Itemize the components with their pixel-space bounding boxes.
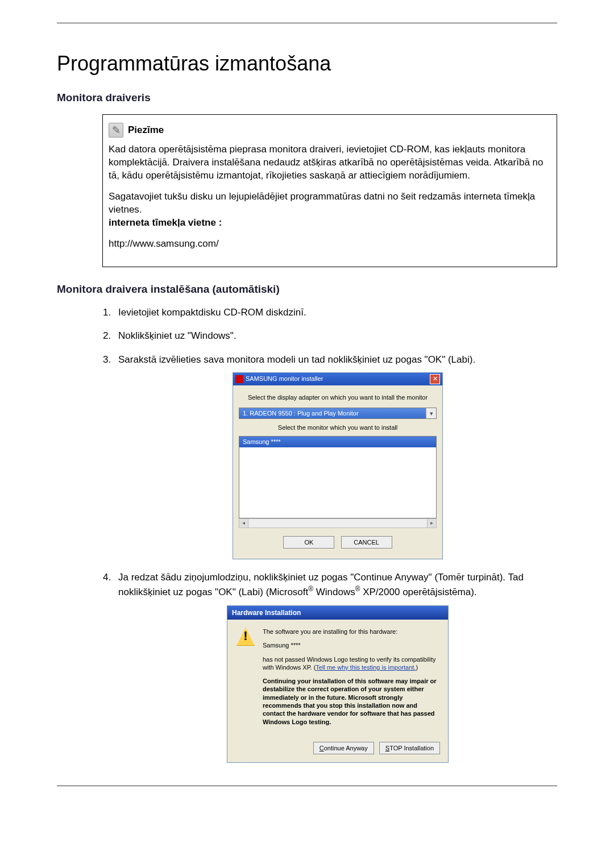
hw-line2: Samsung **** bbox=[263, 641, 439, 649]
continue-u: C bbox=[320, 745, 324, 751]
section-auto-install: Monitora draivera instalēšana (automātis… bbox=[57, 283, 557, 296]
step-3-text: Sarakstā izvēlieties sava monitora model… bbox=[118, 354, 475, 365]
ok-button[interactable]: OK bbox=[283, 536, 334, 549]
hw-titlebar[interactable]: Hardware Installation bbox=[227, 606, 448, 620]
step-3: Sarakstā izvēlieties sava monitora model… bbox=[114, 353, 557, 559]
hw-line3b: ) bbox=[416, 664, 418, 671]
steps-list: Ievietojiet kompaktdisku CD-ROM diskdzin… bbox=[114, 306, 557, 763]
stop-installation-button[interactable]: STOP Installation bbox=[379, 742, 440, 754]
stop-rest: TOP Installation bbox=[389, 745, 434, 751]
hw-bold-warning: Continuing your installation of this sof… bbox=[263, 677, 439, 726]
hw-line3: has not passed Windows Logo testing to v… bbox=[263, 655, 439, 672]
warning-icon: ! bbox=[237, 628, 255, 646]
installer-app-icon bbox=[235, 375, 243, 383]
note-box: ✎ Piezīme Kad datora operētājsistēma pie… bbox=[102, 114, 557, 267]
step-4-text-b: Windows bbox=[313, 586, 355, 597]
installer-instruction-2: Select the monitor which you want to ins… bbox=[239, 423, 437, 432]
scroll-left-icon[interactable]: ◂ bbox=[239, 518, 248, 528]
hw-link[interactable]: Tell me why this testing is important. bbox=[316, 664, 416, 671]
hw-line1: The software you are installing for this… bbox=[263, 628, 439, 636]
note-url[interactable]: http://www.samsung.com/ bbox=[109, 238, 551, 251]
page-title: Programmatūras izmantošana bbox=[57, 52, 557, 76]
step-2: Noklikšķiniet uz "Windows". bbox=[114, 329, 557, 343]
note-title: Piezīme bbox=[128, 124, 164, 137]
hw-title: Hardware Installation bbox=[232, 608, 301, 618]
section-monitor-driver: Monitora draiveris bbox=[57, 92, 557, 104]
note-paragraph-2: Sagatavojiet tukšu disku un lejupielādēj… bbox=[109, 190, 551, 230]
monitor-listbox[interactable]: Samsung **** bbox=[239, 436, 437, 518]
scroll-right-icon[interactable]: ▸ bbox=[427, 518, 437, 528]
note-icon: ✎ bbox=[109, 123, 123, 138]
bottom-rule bbox=[57, 786, 557, 786]
installer-instruction-1: Select the display adapter on which you … bbox=[239, 393, 437, 402]
horizontal-scrollbar[interactable]: ◂ ▸ bbox=[239, 518, 437, 528]
step-4: Ja redzat šādu ziņojumlodziņu, noklikšķi… bbox=[114, 571, 557, 763]
note-para2-text: Sagatavojiet tukšu disku un lejupielādēj… bbox=[109, 191, 535, 215]
continue-rest: ontinue Anyway bbox=[324, 745, 368, 751]
close-icon[interactable]: ✕ bbox=[430, 374, 440, 384]
step-4-text-c: XP/2000 operētājsistēma). bbox=[360, 586, 476, 597]
installer-titlebar[interactable]: SAMSUNG monitor installer ✕ bbox=[233, 373, 442, 385]
top-rule bbox=[57, 23, 557, 23]
chevron-down-icon[interactable]: ▾ bbox=[426, 408, 436, 418]
step-1: Ievietojiet kompaktdisku CD-ROM diskdzin… bbox=[114, 306, 557, 319]
continue-anyway-button[interactable]: Continue Anyway bbox=[313, 742, 374, 754]
installer-dialog: SAMSUNG monitor installer ✕ Select the d… bbox=[233, 372, 443, 559]
adapter-dropdown[interactable]: 1. RADEON 9550 : Plug and Play Monitor ▾ bbox=[239, 408, 437, 419]
monitor-selected-item[interactable]: Samsung **** bbox=[239, 437, 436, 447]
cancel-button[interactable]: CANCEL bbox=[341, 536, 392, 549]
reg-mark-1: ® bbox=[308, 585, 313, 593]
note-paragraph-1: Kad datora operētājsistēma pieprasa moni… bbox=[109, 143, 551, 182]
hardware-installation-dialog: Hardware Installation ! The software you… bbox=[227, 605, 449, 763]
installer-title: SAMSUNG monitor installer bbox=[246, 375, 323, 383]
note-url-label: interneta tīmekļa vietne : bbox=[109, 217, 222, 228]
adapter-selected: 1. RADEON 9550 : Plug and Play Monitor bbox=[239, 409, 426, 418]
scroll-track[interactable] bbox=[248, 518, 427, 528]
